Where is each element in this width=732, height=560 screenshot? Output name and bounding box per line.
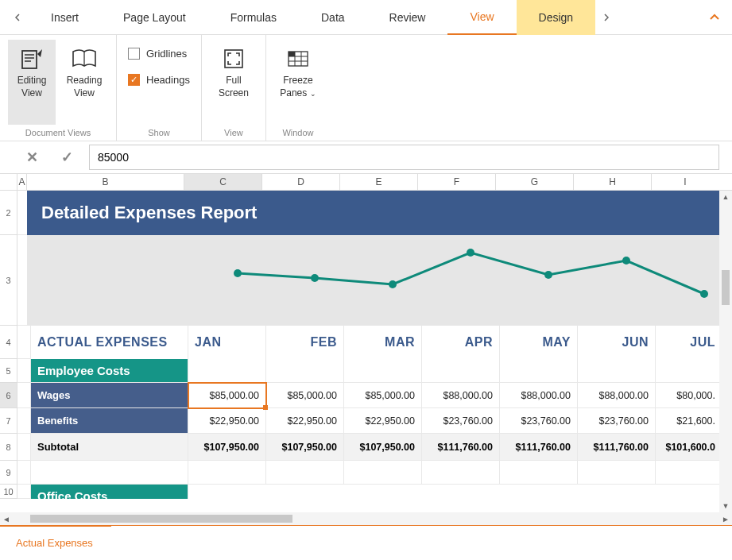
tab-scroll-left[interactable] xyxy=(6,0,29,35)
headings-label: Headings xyxy=(146,74,190,86)
row-2[interactable]: 2 xyxy=(0,191,17,235)
cell-wages-jun[interactable]: $88,000.00 xyxy=(578,383,656,408)
tab-view[interactable]: View xyxy=(447,0,516,35)
tab-page-layout[interactable]: Page Layout xyxy=(101,0,208,35)
row-benefits-label: Benefits xyxy=(31,408,188,434)
col-g[interactable]: G xyxy=(496,174,574,190)
ribbon-panel: Editing View Reading View Document Views… xyxy=(0,35,732,141)
vscroll-thumb[interactable] xyxy=(722,270,730,305)
col-b[interactable]: B xyxy=(27,174,184,190)
gridlines-label: Gridlines xyxy=(146,48,187,60)
col-i[interactable]: I xyxy=(652,174,718,190)
cell-sub-jul[interactable]: $101,600.0 xyxy=(656,434,722,461)
cell-wages-feb[interactable]: $85,000.00 xyxy=(266,383,344,408)
col-h[interactable]: H xyxy=(574,174,652,190)
reading-view-label: Reading View xyxy=(67,75,103,99)
tab-formulas[interactable]: Formulas xyxy=(208,0,299,35)
cell-sub-mar[interactable]: $107,950.00 xyxy=(344,434,422,461)
select-all-corner[interactable] xyxy=(0,174,17,190)
cell-benefits-feb[interactable]: $22,950.00 xyxy=(266,408,344,434)
chart-area xyxy=(27,235,732,326)
gridlines-check-icon xyxy=(128,48,140,60)
scroll-down-arrow[interactable]: ▼ xyxy=(719,500,732,512)
tab-scroll-right[interactable] xyxy=(595,0,618,35)
formula-input[interactable] xyxy=(89,145,719,170)
sheet-tab-actual-expenses[interactable]: Actual Expenses xyxy=(13,531,96,555)
group-window: Freeze Panes ⌄ Window xyxy=(266,35,330,141)
full-screen-button[interactable]: Full Screen xyxy=(210,40,258,125)
cell-benefits-jan[interactable]: $22,950.00 xyxy=(188,408,266,434)
svg-point-12 xyxy=(467,249,474,257)
row-3[interactable]: 3 xyxy=(0,235,17,326)
row-4[interactable]: 4 xyxy=(0,326,17,359)
svg-rect-8 xyxy=(289,52,295,56)
cell-benefits-mar[interactable]: $22,950.00 xyxy=(344,408,422,434)
fullscreen-icon xyxy=(223,44,244,73)
section-header: ACTUAL EXPENSES xyxy=(31,326,188,359)
cell-wages-jan[interactable]: $85,000.00 xyxy=(188,383,266,408)
formula-accept-button[interactable]: ✓ xyxy=(54,145,79,170)
cell-wages-apr[interactable]: $88,000.00 xyxy=(422,383,500,408)
tab-review[interactable]: Review xyxy=(367,0,448,35)
month-apr: APR xyxy=(422,326,500,359)
cell-wages-may[interactable]: $88,000.00 xyxy=(500,383,578,408)
row-9[interactable]: 9 xyxy=(0,461,17,485)
cell-sub-may[interactable]: $111,760.00 xyxy=(500,434,578,461)
hscroll-thumb[interactable] xyxy=(30,515,292,523)
row-7[interactable]: 7 xyxy=(0,408,17,434)
month-jan: JAN xyxy=(188,326,266,359)
freeze-panes-button[interactable]: Freeze Panes ⌄ xyxy=(274,40,322,125)
month-feb: FEB xyxy=(266,326,344,359)
group-show: Gridlines ✓ Headings Show xyxy=(117,35,202,141)
cell-sub-apr[interactable]: $111,760.00 xyxy=(422,434,500,461)
month-jun: JUN xyxy=(578,326,656,359)
ribbon-tabs: Insert Page Layout Formulas Data Review … xyxy=(0,0,732,35)
svg-point-9 xyxy=(234,269,242,277)
cell-sub-jan[interactable]: $107,950.00 xyxy=(188,434,266,461)
headings-checkbox[interactable]: ✓ Headings xyxy=(125,69,193,91)
scroll-left-arrow[interactable]: ◄ xyxy=(0,512,13,525)
cell-wages-mar[interactable]: $85,000.00 xyxy=(344,383,422,408)
col-d[interactable]: D xyxy=(262,174,340,190)
group-label-docviews: Document Views xyxy=(8,125,108,139)
col-a[interactable]: A xyxy=(17,174,27,190)
svg-point-11 xyxy=(389,280,397,288)
cell-sub-jun[interactable]: $111,760.00 xyxy=(578,434,656,461)
gridlines-checkbox[interactable]: Gridlines xyxy=(125,43,193,64)
cell-benefits-jul[interactable]: $21,600. xyxy=(656,408,722,434)
grid: 2 3 4 5 6 7 8 9 10 Detailed Expenses Rep… xyxy=(0,191,732,499)
row-8[interactable]: 8 xyxy=(0,434,17,461)
row-10[interactable]: 10 xyxy=(0,485,17,499)
editing-view-button[interactable]: Editing View xyxy=(8,40,56,125)
tab-insert[interactable]: Insert xyxy=(29,0,101,35)
svg-point-14 xyxy=(622,257,630,265)
chevron-down-icon: ⌄ xyxy=(310,90,316,98)
vertical-scrollbar[interactable]: ▲ ▼ xyxy=(719,191,732,512)
cell-benefits-may[interactable]: $23,760.00 xyxy=(500,408,578,434)
formula-bar: ✕ ✓ xyxy=(0,141,732,173)
ribbon-collapse[interactable] xyxy=(703,0,726,35)
trend-line-chart xyxy=(27,235,726,326)
col-c[interactable]: C xyxy=(184,174,262,190)
horizontal-scrollbar[interactable]: ◄ ► xyxy=(0,512,732,525)
group-label-view: View xyxy=(210,125,258,139)
full-screen-label: Full Screen xyxy=(219,75,249,99)
tab-data[interactable]: Data xyxy=(299,0,367,35)
cell-benefits-jun[interactable]: $23,760.00 xyxy=(578,408,656,434)
cell-benefits-apr[interactable]: $23,760.00 xyxy=(422,408,500,434)
scroll-right-arrow[interactable]: ► xyxy=(719,512,732,525)
row-5[interactable]: 5 xyxy=(0,359,17,383)
reading-view-icon xyxy=(72,44,97,73)
tab-design[interactable]: Design xyxy=(517,0,596,35)
month-may: MAY xyxy=(500,326,578,359)
cell-wages-jul[interactable]: $80,000. xyxy=(656,383,722,408)
scroll-up-arrow[interactable]: ▲ xyxy=(719,191,732,203)
reading-view-button[interactable]: Reading View xyxy=(60,40,108,125)
col-f[interactable]: F xyxy=(418,174,496,190)
row-subtotal-label: Subtotal xyxy=(31,434,188,461)
section-office-costs: Office Costs xyxy=(31,485,188,499)
row-6[interactable]: 6 xyxy=(0,383,17,408)
col-e[interactable]: E xyxy=(340,174,418,190)
formula-cancel-button[interactable]: ✕ xyxy=(19,145,45,170)
cell-sub-feb[interactable]: $107,950.00 xyxy=(266,434,344,461)
